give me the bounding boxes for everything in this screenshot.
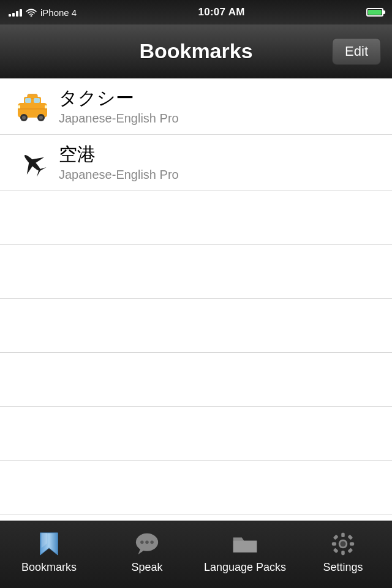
- nav-bar: Bookmarks Edit: [0, 24, 392, 78]
- svg-point-0: [31, 15, 32, 17]
- bookmarks-tab-icon: [36, 530, 62, 557]
- svg-point-26: [340, 541, 345, 546]
- tab-bar: Bookmarks Speak Language: [0, 521, 392, 588]
- speak-tab-icon: [134, 530, 160, 557]
- empty-row: [0, 461, 392, 514]
- empty-row: [0, 299, 392, 353]
- edit-button[interactable]: Edit: [332, 38, 381, 65]
- list-item-title: タクシー: [59, 87, 179, 109]
- svg-rect-28: [341, 551, 344, 555]
- svg-rect-5: [34, 98, 40, 103]
- nav-title: Bookmarks: [139, 39, 252, 63]
- tab-speak[interactable]: Speak: [98, 521, 196, 588]
- battery-icon: [366, 8, 383, 17]
- svg-rect-31: [333, 535, 339, 540]
- list-item-text: 空港 Japanese-English Pro: [59, 143, 179, 182]
- svg-rect-11: [45, 105, 47, 108]
- svg-point-23: [145, 541, 148, 544]
- list-item[interactable]: 空港 Japanese-English Pro: [0, 135, 392, 191]
- svg-rect-29: [332, 542, 336, 545]
- status-bar: iPhone 4 10:07 AM: [0, 0, 392, 24]
- svg-rect-27: [341, 533, 344, 537]
- list-item[interactable]: タクシー Japanese-English Pro: [0, 78, 392, 135]
- empty-row: [0, 407, 392, 461]
- tab-settings-label: Settings: [323, 561, 363, 574]
- empty-row: [0, 191, 392, 245]
- list-item-subtitle: Japanese-English Pro: [59, 111, 179, 126]
- list-item-text: タクシー Japanese-English Pro: [59, 87, 179, 126]
- language-packs-tab-icon: [232, 530, 258, 557]
- signal-bar-3: [16, 11, 18, 17]
- svg-point-22: [140, 541, 143, 544]
- svg-rect-30: [350, 542, 354, 545]
- taxi-icon: [12, 88, 53, 125]
- tab-bookmarks[interactable]: Bookmarks: [0, 521, 98, 588]
- list-item-subtitle: Japanese-English Pro: [59, 168, 179, 182]
- signal-bars-icon: [9, 8, 22, 17]
- svg-point-9: [39, 116, 43, 119]
- status-left: iPhone 4: [9, 7, 77, 18]
- plane-icon: [12, 145, 53, 181]
- status-right: [366, 8, 383, 17]
- bookmark-list: タクシー Japanese-English Pro 空港: [0, 78, 392, 568]
- svg-rect-34: [347, 548, 353, 553]
- svg-rect-10: [18, 108, 47, 110]
- svg-rect-12: [18, 105, 20, 108]
- svg-rect-4: [25, 98, 31, 103]
- signal-bar-2: [12, 13, 15, 17]
- signal-bar-4: [20, 9, 22, 17]
- signal-bar-1: [9, 14, 11, 17]
- settings-tab-icon: [330, 530, 356, 557]
- tab-language-packs[interactable]: Language Packs: [196, 521, 294, 588]
- battery-fill: [368, 10, 382, 15]
- svg-point-7: [22, 116, 26, 119]
- tab-language-packs-label: Language Packs: [204, 561, 286, 574]
- tab-speak-label: Speak: [131, 561, 162, 574]
- tab-settings[interactable]: Settings: [294, 521, 392, 588]
- status-time: 10:07 AM: [198, 6, 244, 18]
- empty-row: [0, 245, 392, 299]
- tab-bookmarks-label: Bookmarks: [21, 561, 77, 574]
- svg-rect-32: [347, 535, 353, 540]
- list-item-title: 空港: [59, 143, 179, 165]
- wifi-icon: [26, 8, 37, 17]
- empty-row: [0, 353, 392, 407]
- svg-rect-3: [28, 94, 37, 99]
- svg-point-24: [150, 541, 153, 544]
- carrier-label: iPhone 4: [40, 7, 77, 18]
- svg-rect-33: [333, 548, 339, 553]
